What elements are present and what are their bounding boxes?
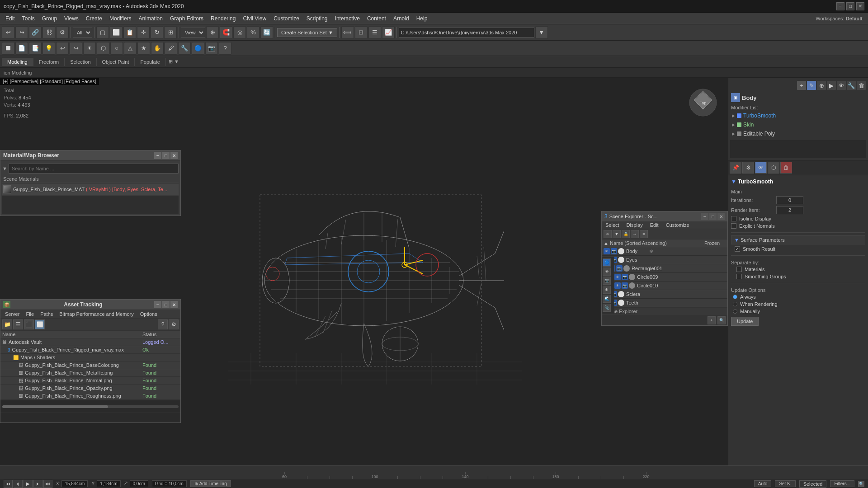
menu-graph-editors[interactable]: Graph Editors bbox=[166, 14, 207, 23]
bind-button[interactable]: ⚙ bbox=[56, 26, 69, 39]
tb2-btn5[interactable]: ↩ bbox=[56, 42, 69, 55]
ts-render-iters-input[interactable] bbox=[776, 206, 803, 214]
tb2-btn3[interactable]: 📑 bbox=[29, 42, 42, 55]
configure-modifier-btn[interactable]: ⚙ bbox=[742, 162, 754, 174]
se-tb-lock-btn[interactable]: 🔒 bbox=[622, 230, 630, 238]
ts-materials-checkbox[interactable] bbox=[736, 267, 742, 272]
tab-selection[interactable]: Selection bbox=[65, 58, 96, 66]
se-tb-sort-btn[interactable]: ≡ bbox=[640, 230, 648, 238]
tb2-btn1[interactable]: 🔲 bbox=[2, 42, 14, 55]
asset-tb-help[interactable]: ? bbox=[158, 319, 168, 329]
se-side-btn5[interactable]: 🌊 bbox=[603, 295, 611, 303]
unlink-button[interactable]: ⛓ bbox=[42, 26, 55, 39]
tb2-btn7[interactable]: ☀ bbox=[83, 42, 96, 55]
display-tab-btn[interactable]: 👁 bbox=[836, 80, 846, 90]
menu-edit[interactable]: Edit bbox=[2, 14, 19, 23]
se-row-teeth[interactable]: 👁 📷 Teeth bbox=[602, 299, 727, 307]
pb-end-btn[interactable]: ⏭ bbox=[43, 480, 52, 488]
tab-object-paint[interactable]: Object Paint bbox=[97, 58, 135, 66]
mirror-btn[interactable]: ⟺ bbox=[341, 26, 354, 39]
menu-rendering[interactable]: Rendering bbox=[207, 14, 239, 23]
pb-start-btn[interactable]: ⏮ bbox=[4, 480, 13, 488]
link-button[interactable]: 🔗 bbox=[29, 26, 42, 39]
maximize-button[interactable]: □ bbox=[846, 2, 854, 10]
se-menu-edit[interactable]: Edit bbox=[646, 221, 662, 229]
asset-menu-options[interactable]: Options bbox=[137, 311, 160, 317]
tb2-btn10[interactable]: △ bbox=[124, 42, 137, 55]
create-selection-set-button[interactable]: Create Selection Set ▼ bbox=[277, 28, 337, 37]
ts-iterations-input[interactable] bbox=[776, 196, 803, 204]
auto-key-btn[interactable]: Auto bbox=[754, 480, 772, 487]
se-restore-btn[interactable]: □ bbox=[709, 213, 717, 220]
se-row-circle009[interactable]: 👁 📷 Circle009 bbox=[602, 273, 727, 282]
tb2-btn14[interactable]: 🔧 bbox=[178, 42, 191, 55]
undo-button[interactable]: ↩ bbox=[2, 26, 14, 39]
tb2-btn11[interactable]: ★ bbox=[137, 42, 150, 55]
se-side-btn6[interactable]: 📎 bbox=[603, 304, 611, 312]
se-tb-expand-btn[interactable]: ↔ bbox=[631, 230, 639, 238]
select-button[interactable]: ▢ bbox=[96, 26, 109, 39]
material-panel-restore[interactable]: □ bbox=[162, 152, 170, 159]
se-menu-select[interactable]: Select bbox=[602, 221, 623, 229]
menu-animation[interactable]: Animation bbox=[135, 14, 166, 23]
asset-menu-paths[interactable]: Paths bbox=[38, 311, 56, 317]
modifier-turbosmooth[interactable]: ▶ TurboSmooth bbox=[730, 111, 866, 120]
select-by-name-btn[interactable]: 📋 bbox=[123, 26, 136, 39]
asset-row-normal[interactable]: 🖼 Guppy_Fish_Black_Prince_Normal.png Fou… bbox=[0, 377, 180, 385]
asset-row-metallic[interactable]: 🖼 Guppy_Fish_Black_Prince_Metallic.png F… bbox=[0, 369, 180, 377]
minimize-button[interactable]: − bbox=[836, 2, 844, 10]
pb-next-btn[interactable]: ⏵ bbox=[33, 480, 42, 488]
timeline[interactable]: 60 100 140 180 220 bbox=[0, 466, 868, 479]
ts-smooth-result-checkbox[interactable] bbox=[735, 246, 740, 252]
se-side-btn3[interactable]: 📷 bbox=[603, 277, 611, 285]
se-tb-filter-btn[interactable]: ▼ bbox=[613, 230, 621, 238]
ts-when-rendering-radio[interactable] bbox=[733, 302, 737, 306]
asset-row-roughness[interactable]: 🖼 Guppy_Fish_Black_Prince_Roughness.png … bbox=[0, 392, 180, 400]
modifier-skin[interactable]: ▶ Skin bbox=[730, 120, 866, 129]
remove-modifier-btn[interactable]: 🗑 bbox=[780, 162, 792, 174]
ts-always-radio[interactable] bbox=[733, 295, 737, 299]
se-add-layer-btn[interactable]: + bbox=[708, 316, 716, 324]
se-menu-customize[interactable]: Customize bbox=[662, 221, 693, 229]
hierarchy-tab-btn[interactable]: ⊕ bbox=[816, 80, 826, 90]
delete-modifier-btn[interactable]: 🗑 bbox=[856, 80, 866, 90]
ts-smoothing-groups-checkbox[interactable] bbox=[736, 274, 742, 279]
se-menu-display[interactable]: Display bbox=[623, 221, 646, 229]
asset-menu-bitmap[interactable]: Bitmap Performance and Memory bbox=[57, 311, 136, 317]
asset-menu-file[interactable]: File bbox=[23, 311, 37, 317]
material-item[interactable]: Guppy_Fish_Black_Prince_MAT ( VRayMtl ) … bbox=[2, 184, 179, 195]
align-btn[interactable]: ⊡ bbox=[355, 26, 368, 39]
nav-cube[interactable]: Top bbox=[687, 87, 719, 118]
modify-tab-btn[interactable]: ✎ bbox=[807, 80, 816, 90]
asset-menu-server[interactable]: Server bbox=[2, 311, 22, 317]
set-key-btn[interactable]: Set K. bbox=[775, 480, 795, 487]
material-search-input[interactable] bbox=[9, 164, 179, 174]
pin-btn[interactable]: 📌 bbox=[730, 162, 741, 174]
asset-row-basecolor[interactable]: 🖼 Guppy_Fish_Black_Prince_BaseColor.png … bbox=[0, 361, 180, 369]
filters-button[interactable]: Filters... bbox=[830, 480, 854, 487]
time-tag-button[interactable]: ⊕ Add Time Tag bbox=[190, 480, 231, 487]
filter-dropdown[interactable]: All bbox=[73, 28, 92, 38]
menu-content[interactable]: Content bbox=[363, 14, 390, 23]
material-panel-close[interactable]: ✕ bbox=[170, 152, 178, 159]
modifier-editable-poly[interactable]: ▶ Editable Poly bbox=[730, 129, 866, 138]
tb2-btn6[interactable]: ↪ bbox=[70, 42, 82, 55]
search-status-icon[interactable]: 🔍 bbox=[858, 481, 864, 487]
tb2-render-btn[interactable]: 🔵 bbox=[192, 42, 204, 55]
close-button[interactable]: ✕ bbox=[856, 2, 864, 10]
layer-btn[interactable]: ☰ bbox=[368, 26, 381, 39]
tb2-btn4[interactable]: 💡 bbox=[42, 42, 55, 55]
select-and-move-btn[interactable]: ✛ bbox=[137, 26, 150, 39]
tb2-btn2[interactable]: 📄 bbox=[15, 42, 28, 55]
asset-panel-minimize[interactable]: − bbox=[154, 301, 161, 308]
create-tab-btn[interactable]: + bbox=[797, 80, 807, 90]
pb-prev-btn[interactable]: ⏴ bbox=[14, 480, 23, 488]
tab-extra[interactable]: ⊞ ▼ bbox=[166, 58, 182, 66]
menu-arnold[interactable]: Arnold bbox=[390, 14, 413, 23]
menu-group[interactable]: Group bbox=[38, 14, 61, 23]
menu-interactive[interactable]: Interactive bbox=[331, 14, 363, 23]
asset-row-opacity[interactable]: 🖼 Guppy_Fish_Black_Prince_Opacity.png Fo… bbox=[0, 385, 180, 392]
timeline-ruler[interactable]: 60 100 140 180 220 bbox=[273, 466, 866, 479]
tab-populate[interactable]: Populate bbox=[135, 58, 165, 66]
path-input[interactable] bbox=[399, 28, 534, 38]
